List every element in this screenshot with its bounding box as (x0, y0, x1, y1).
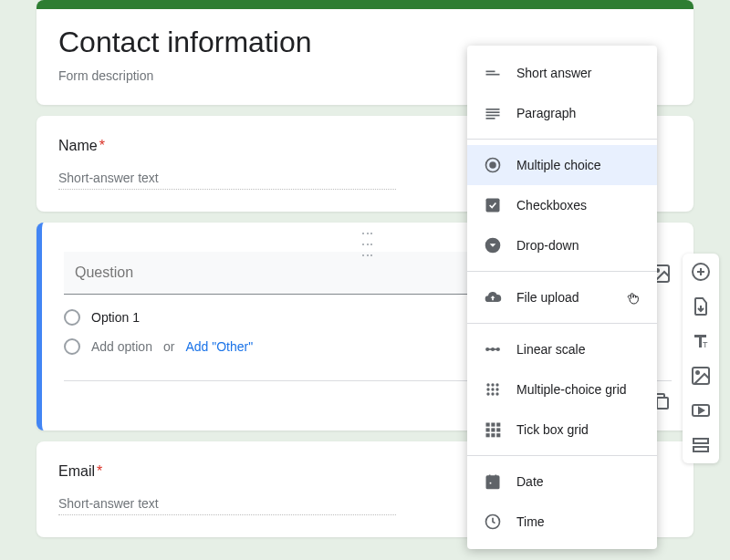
add-option-text[interactable]: Add option (91, 339, 152, 354)
add-section-icon[interactable] (690, 434, 712, 456)
svg-rect-6 (486, 111, 500, 113)
short-answer-placeholder: Short-answer text (58, 496, 396, 515)
svg-point-21 (491, 388, 494, 390)
menu-label: Multiple choice (516, 158, 601, 172)
radio-icon (64, 338, 80, 355)
menu-label: Time (516, 514, 545, 529)
svg-rect-5 (486, 109, 500, 110)
svg-rect-7 (486, 115, 500, 117)
menu-divider (467, 271, 657, 272)
svg-rect-3 (486, 71, 495, 73)
option-label[interactable]: Option 1 (91, 310, 140, 325)
add-video-icon[interactable] (690, 399, 712, 421)
menu-label: Date (516, 474, 544, 489)
menu-divider (467, 139, 657, 140)
svg-rect-26 (486, 423, 490, 427)
svg-rect-4 (486, 74, 500, 76)
svg-rect-34 (496, 433, 500, 437)
menu-label: Short answer (516, 66, 591, 80)
menu-item-date[interactable]: Date (467, 461, 657, 502)
svg-rect-33 (491, 433, 495, 437)
clock-icon (484, 513, 502, 531)
required-marker: * (99, 138, 105, 153)
add-other-link[interactable]: Add "Other" (185, 339, 253, 354)
svg-rect-16 (487, 348, 498, 350)
menu-label: Linear scale (516, 342, 586, 357)
svg-rect-32 (486, 433, 490, 437)
paragraph-icon (484, 104, 502, 122)
required-marker: * (97, 463, 102, 479)
svg-point-22 (495, 388, 498, 390)
or-text: or (163, 339, 174, 354)
svg-rect-8 (486, 118, 495, 119)
menu-item-drop-down[interactable]: Drop-down (467, 225, 657, 265)
menu-label: Paragraph (516, 106, 576, 120)
dropdown-icon (484, 236, 502, 254)
menu-item-paragraph[interactable]: Paragraph (467, 93, 657, 133)
question-label: Email (58, 463, 95, 479)
svg-point-17 (486, 383, 489, 386)
menu-divider (467, 323, 657, 324)
svg-rect-2 (657, 398, 668, 409)
svg-rect-30 (491, 428, 495, 431)
svg-point-18 (491, 383, 494, 386)
short-answer-placeholder: Short-answer text (58, 171, 396, 190)
add-image-icon[interactable] (690, 365, 712, 387)
menu-label: File upload (516, 290, 579, 305)
add-question-icon[interactable] (690, 261, 712, 283)
menu-item-file-upload[interactable]: File upload (467, 277, 657, 317)
svg-point-25 (495, 392, 498, 395)
menu-item-multiple-choice-grid[interactable]: Multiple-choice grid (467, 369, 657, 410)
svg-point-20 (486, 388, 489, 390)
svg-point-10 (489, 161, 496, 169)
svg-rect-11 (486, 199, 500, 213)
question-label: Name (58, 138, 98, 153)
menu-divider (467, 455, 657, 456)
menu-label: Tick box grid (516, 422, 589, 437)
cursor-icon (626, 290, 641, 309)
grid-dots-icon (484, 380, 502, 399)
radio-button-icon (484, 156, 502, 174)
side-toolbar: T (683, 254, 719, 463)
svg-rect-29 (486, 428, 490, 431)
svg-rect-36 (489, 482, 492, 484)
menu-label: Multiple-choice grid (516, 382, 627, 397)
radio-icon (64, 309, 80, 326)
svg-point-23 (486, 392, 489, 395)
menu-item-multiple-choice[interactable]: Multiple choice (467, 145, 657, 185)
menu-item-tick-box-grid[interactable]: Tick box grid (467, 410, 657, 450)
menu-label: Drop-down (516, 238, 579, 253)
linear-scale-icon (484, 340, 502, 358)
svg-rect-43 (694, 439, 708, 443)
calendar-icon (484, 472, 502, 491)
svg-rect-28 (496, 423, 500, 427)
svg-rect-31 (496, 428, 500, 431)
menu-label: Checkboxes (516, 198, 587, 213)
svg-point-41 (696, 371, 699, 374)
checkbox-icon (484, 196, 502, 214)
cloud-upload-icon (484, 288, 502, 306)
svg-point-24 (491, 392, 494, 395)
short-answer-icon (484, 64, 502, 82)
svg-text:T: T (703, 340, 708, 349)
menu-item-linear-scale[interactable]: Linear scale (467, 329, 657, 369)
menu-item-checkboxes[interactable]: Checkboxes (467, 185, 657, 225)
svg-rect-44 (694, 447, 708, 451)
svg-point-19 (495, 383, 498, 386)
menu-item-short-answer[interactable]: Short answer (467, 53, 657, 93)
menu-item-time[interactable]: Time (467, 502, 657, 542)
question-type-dropdown: Short answer Paragraph Multiple choice C… (467, 46, 657, 549)
import-questions-icon[interactable] (690, 296, 712, 317)
grid-squares-icon (484, 420, 502, 439)
svg-rect-27 (491, 423, 495, 427)
add-title-icon[interactable]: T (690, 330, 712, 352)
